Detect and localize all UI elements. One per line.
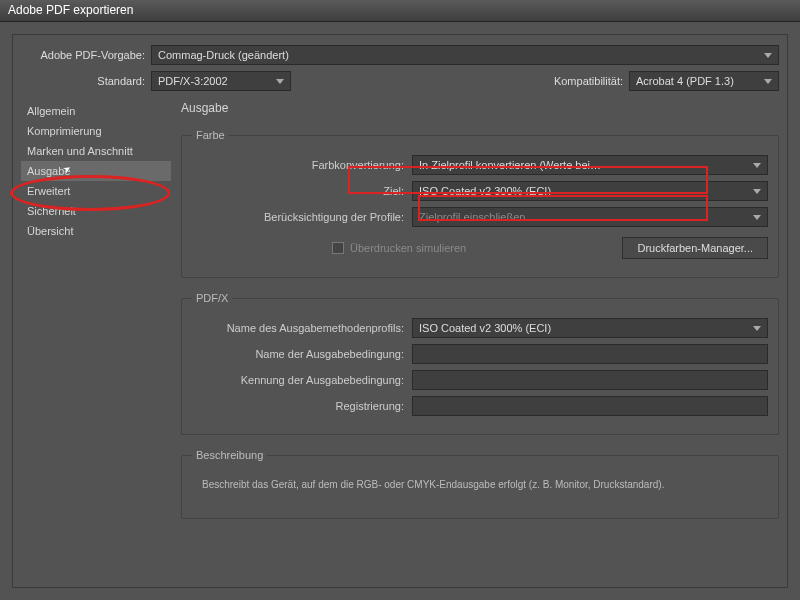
reg-label: Registrierung: (192, 400, 412, 412)
window-titlebar: Adobe PDF exportieren (0, 0, 800, 22)
profile-select: Zielprofil einschließen (412, 207, 768, 227)
preset-row: Adobe PDF-Vorgabe: Commag-Druck (geänder… (21, 45, 779, 65)
profile-label: Berücksichtigung der Profile: (192, 211, 412, 223)
sidebar-item-uebersicht[interactable]: Übersicht (21, 221, 171, 241)
conv-label: Farbkonvertierung: (192, 159, 412, 171)
standard-value: PDF/X-3:2002 (158, 75, 228, 87)
sidebar-item-sicherheit[interactable]: Sicherheit (21, 201, 171, 221)
farbe-group: Farbe Farbkonvertierung: In Zielprofil k… (181, 129, 779, 278)
out-profile-value: ISO Coated v2 300% (ECI) (419, 322, 551, 334)
out-profile-select[interactable]: ISO Coated v2 300% (ECI) (412, 318, 768, 338)
conv-value: In Zielprofil konvertieren (Werte bei… (419, 159, 601, 171)
reg-input[interactable] (412, 396, 768, 416)
out-profile-label: Name des Ausgabemethodenprofils: (192, 322, 412, 334)
desc-text: Beschreibt das Gerät, auf dem die RGB- o… (192, 475, 768, 494)
ziel-value: ISO Coated v2 300% (ECI) (419, 185, 551, 197)
sidebar-item-erweitert[interactable]: Erweitert (21, 181, 171, 201)
preset-label: Adobe PDF-Vorgabe: (21, 49, 151, 61)
conv-select[interactable]: In Zielprofil konvertieren (Werte bei… (412, 155, 768, 175)
overprint-checkbox (332, 242, 344, 254)
overprint-label: Überdrucken simulieren (350, 242, 466, 254)
sidebar-item-komprimierung[interactable]: Komprimierung (21, 121, 171, 141)
out-cond-label: Name der Ausgabebedingung: (192, 348, 412, 360)
desc-legend: Beschreibung (192, 449, 267, 461)
sidebar: Allgemein Komprimierung Marken und Ansch… (21, 97, 171, 575)
content-row: Allgemein Komprimierung Marken und Ansch… (21, 97, 779, 575)
ziel-label: Ziel: (192, 185, 412, 197)
out-cond-input[interactable] (412, 344, 768, 364)
farbe-legend: Farbe (192, 129, 229, 141)
window-title: Adobe PDF exportieren (8, 3, 133, 17)
profile-value: Zielprofil einschließen (419, 211, 525, 223)
ink-manager-button[interactable]: Druckfarben-Manager... (622, 237, 768, 259)
pdfx-legend: PDF/X (192, 292, 232, 304)
ink-manager-label: Druckfarben-Manager... (637, 242, 753, 254)
compat-select[interactable]: Acrobat 4 (PDF 1.3) (629, 71, 779, 91)
sidebar-item-marken[interactable]: Marken und Anschnitt (21, 141, 171, 161)
main-panel: Ausgabe Farbe Farbkonvertierung: In Ziel… (171, 97, 779, 575)
preset-value: Commag-Druck (geändert) (158, 49, 289, 61)
standard-compat-row: Standard: PDF/X-3:2002 Kompatibilität: A… (21, 71, 779, 91)
out-cond-id-input[interactable] (412, 370, 768, 390)
ziel-select[interactable]: ISO Coated v2 300% (ECI) (412, 181, 768, 201)
sidebar-item-ausgabe[interactable]: Ausgabe (21, 161, 171, 181)
compat-label: Kompatibilität: (554, 75, 629, 87)
sidebar-item-allgemein[interactable]: Allgemein (21, 101, 171, 121)
compat-value: Acrobat 4 (PDF 1.3) (636, 75, 734, 87)
standard-select[interactable]: PDF/X-3:2002 (151, 71, 291, 91)
page-title: Ausgabe (181, 101, 779, 115)
dialog-body: Adobe PDF-Vorgabe: Commag-Druck (geänder… (0, 22, 800, 600)
pdfx-group: PDF/X Name des Ausgabemethodenprofils: I… (181, 292, 779, 435)
standard-label: Standard: (21, 75, 151, 87)
out-cond-id-label: Kennung der Ausgabebedingung: (192, 374, 412, 386)
desc-group: Beschreibung Beschreibt das Gerät, auf d… (181, 449, 779, 519)
preset-select[interactable]: Commag-Druck (geändert) (151, 45, 779, 65)
dialog-panel: Adobe PDF-Vorgabe: Commag-Druck (geänder… (12, 34, 788, 588)
